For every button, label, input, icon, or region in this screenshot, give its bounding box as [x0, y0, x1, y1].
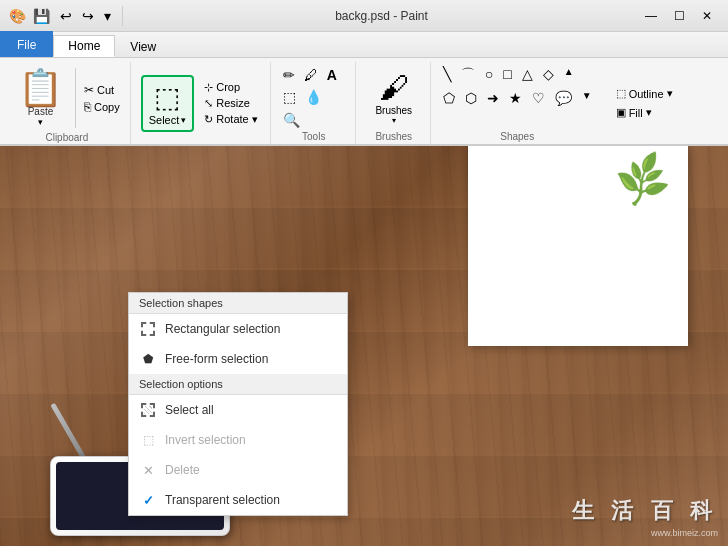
- crop-icon: ⊹: [204, 81, 213, 94]
- crop-label: Crop: [216, 81, 240, 93]
- cut-copy-buttons: ✂ Cut ⎘ Copy: [80, 82, 124, 115]
- brushes-group-label: Brushes: [375, 131, 412, 144]
- copy-button[interactable]: ⎘ Copy: [80, 99, 124, 115]
- transparent-selection-label: Transparent selection: [165, 493, 280, 507]
- maximize-button[interactable]: ☐: [666, 4, 692, 28]
- shape-bubble[interactable]: 💬: [551, 88, 576, 108]
- shape-oval[interactable]: ○: [481, 64, 497, 86]
- rotate-button[interactable]: ↻ Rotate ▾: [200, 112, 261, 127]
- eraser-tool[interactable]: ⬚: [279, 87, 300, 107]
- app-icon: 🎨: [8, 7, 26, 25]
- tools-content: ✏ 🖊 A ⬚ 💧 🔍: [279, 62, 349, 131]
- brushes-icon: 🖌: [379, 71, 409, 105]
- clipboard-content: 📋 Paste ▾ ✂ Cut ⎘ Copy: [10, 62, 124, 132]
- paste-arrow: ▾: [38, 117, 43, 127]
- cut-label: Cut: [97, 84, 114, 96]
- watermark-text: 生 活 百 科: [572, 496, 719, 526]
- tab-file[interactable]: File: [0, 31, 53, 57]
- outline-label: Outline: [629, 88, 664, 100]
- window-title: backg.psd - Paint: [131, 9, 632, 23]
- transparent-selection-item[interactable]: ✓ Transparent selection: [129, 485, 347, 515]
- select-dropdown-menu: Selection shapes Rectangular selection ⬟…: [128, 292, 348, 516]
- shape-arrow[interactable]: ➜: [483, 88, 503, 108]
- copy-label: Copy: [94, 101, 120, 113]
- select-all-icon: [139, 401, 157, 419]
- shape-line[interactable]: ╲: [439, 64, 455, 86]
- shape-star[interactable]: ★: [505, 88, 526, 108]
- customize-quick-access[interactable]: ▾: [101, 6, 114, 26]
- rotate-label: Rotate ▾: [216, 113, 257, 126]
- section-header-options: Selection options: [129, 374, 347, 395]
- paste-button[interactable]: 📋 Paste ▾: [10, 66, 71, 131]
- fill-tool[interactable]: 🖊: [300, 65, 322, 85]
- tab-view[interactable]: View: [115, 35, 171, 57]
- save-button[interactable]: 💾: [30, 6, 53, 26]
- resize-icon: ⤡: [204, 97, 213, 110]
- canvas-area[interactable]: 🌿 生 活 百 科 www.bimeiz.com Selection shape…: [0, 146, 728, 546]
- close-button[interactable]: ✕: [694, 4, 720, 28]
- brushes-content: 🖌 Brushes ▾: [364, 62, 424, 131]
- brushes-button[interactable]: 🖌 Brushes ▾: [364, 67, 424, 129]
- shapes-content: ╲ ⌒ ○ □ △ ◇ ▲ ⬠ ⬡ ➜ ★ ♡ 💬 ▼: [439, 62, 596, 131]
- shape-tri[interactable]: △: [518, 64, 537, 86]
- shape-scroll-down[interactable]: ▼: [578, 88, 596, 108]
- outline-icon: ⬚: [616, 87, 626, 100]
- crop-button[interactable]: ⊹ Crop: [200, 80, 261, 95]
- shape-rect[interactable]: □: [499, 64, 515, 86]
- shape-pent[interactable]: ⬠: [439, 88, 459, 108]
- clipboard-group: 📋 Paste ▾ ✂ Cut ⎘ Copy Clipboard: [4, 62, 131, 144]
- window-controls: — ☐ ✕: [638, 4, 720, 28]
- ribbon: 📋 Paste ▾ ✂ Cut ⎘ Copy Clipboard: [0, 58, 728, 146]
- text-tool[interactable]: A: [323, 65, 341, 85]
- paste-label: Paste: [28, 106, 54, 117]
- shape-hex[interactable]: ⬡: [461, 88, 481, 108]
- outline-arrow: ▾: [667, 87, 673, 100]
- shape-heart[interactable]: ♡: [528, 88, 549, 108]
- resize-button[interactable]: ⤡ Resize: [200, 96, 261, 111]
- pencil-tool[interactable]: ✏: [279, 65, 299, 85]
- freeform-selection-item[interactable]: ⬟ Free-form selection: [129, 344, 347, 374]
- select-button[interactable]: ⬚ Select ▾: [141, 75, 195, 132]
- image-small-buttons: ⊹ Crop ⤡ Resize ↻ Rotate ▾: [200, 80, 261, 127]
- redo-button[interactable]: ↪: [79, 6, 97, 26]
- transparent-selection-check-icon: ✓: [139, 491, 157, 509]
- select-label: Select: [149, 114, 180, 126]
- fill-icon: ▣: [616, 106, 626, 119]
- invert-selection-icon: ⬚: [139, 431, 157, 449]
- tab-home[interactable]: Home: [53, 35, 115, 57]
- select-all-label: Select all: [165, 403, 214, 417]
- brushes-label: Brushes: [375, 105, 412, 116]
- rotate-icon: ↻: [204, 113, 213, 126]
- select-arrow: ▾: [181, 115, 186, 125]
- select-all-item[interactable]: Select all: [129, 395, 347, 425]
- fill-arrow: ▾: [646, 106, 652, 119]
- tools-group: ✏ 🖊 A ⬚ 💧 🔍 Tools: [273, 62, 356, 144]
- shape-curve[interactable]: ⌒: [457, 64, 479, 86]
- cut-button[interactable]: ✂ Cut: [80, 82, 124, 98]
- shape-scroll-up[interactable]: ▲: [560, 64, 578, 86]
- title-bar: 🎨 💾 ↩ ↪ ▾ backg.psd - Paint — ☐ ✕: [0, 0, 728, 32]
- outline-button[interactable]: ⬚ Outline ▾: [612, 86, 677, 101]
- section-header-shapes: Selection shapes: [129, 293, 347, 314]
- cut-icon: ✂: [84, 83, 94, 97]
- copy-icon: ⎘: [84, 100, 91, 114]
- image-content: ⬚ Select ▾ ⊹ Crop ⤡ Resize ↻ Rotate ▾: [141, 62, 262, 142]
- fill-label: Fill: [629, 107, 643, 119]
- zoom-tool[interactable]: 🔍: [279, 110, 304, 130]
- rectangular-selection-item[interactable]: Rectangular selection: [129, 314, 347, 344]
- rect-select-icon: [139, 320, 157, 338]
- minimize-button[interactable]: —: [638, 4, 664, 28]
- shape-diamond[interactable]: ◇: [539, 64, 558, 86]
- paste-icon: 📋: [18, 70, 63, 106]
- ribbon-tabs: File Home View: [0, 32, 728, 58]
- delete-item: ✕ Delete: [129, 455, 347, 485]
- tools-label: Tools: [302, 131, 325, 144]
- undo-button[interactable]: ↩: [57, 6, 75, 26]
- resize-label: Resize: [216, 97, 250, 109]
- picker-tool[interactable]: 💧: [301, 87, 326, 107]
- fill-button[interactable]: ▣ Fill ▾: [612, 105, 677, 120]
- select-icon: ⬚: [154, 81, 180, 114]
- delete-icon: ✕: [139, 461, 157, 479]
- shapes-row-2: ⬠ ⬡ ➜ ★ ♡ 💬 ▼: [439, 88, 596, 108]
- quick-access-toolbar: 🎨 💾 ↩ ↪ ▾: [8, 6, 114, 26]
